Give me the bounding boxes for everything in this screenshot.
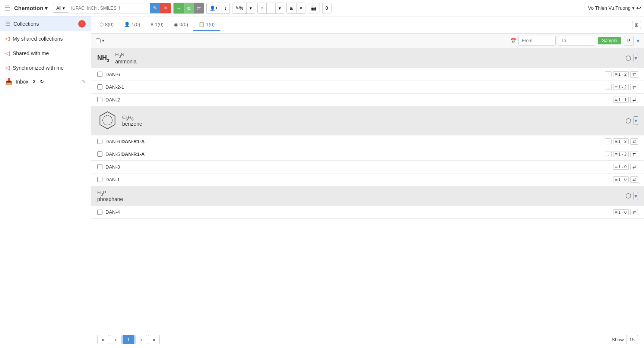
action-plus-dropdown-button[interactable]: ▾: [276, 3, 284, 13]
tab-research-plans[interactable]: 📋 1(0): [193, 19, 220, 31]
dan1-name: DAN-1: [105, 177, 610, 182]
action-edit-dropdown-button[interactable]: ▾: [247, 3, 255, 13]
dan6r1a-share-badge[interactable]: ⇄: [630, 138, 638, 145]
benzene-structure: [97, 110, 118, 132]
svg-marker-0: [100, 112, 115, 129]
dan6-up-badge[interactable]: ↑: [605, 71, 612, 77]
action-scan-button[interactable]: ⊞: [287, 3, 297, 13]
dan6-badges: ↑ ≡1 - 2 ⇄: [605, 71, 638, 78]
dan21-down-badge[interactable]: ↓: [605, 84, 612, 90]
dan4-count-badge[interactable]: ≡1 - 0: [613, 209, 629, 215]
dan5r1a-checkbox[interactable]: [97, 151, 102, 157]
search-scope-button[interactable]: All ▾: [53, 4, 68, 13]
dan1-share-badge[interactable]: ⇄: [630, 176, 638, 183]
dan6r1a-count-badge[interactable]: ≡1 - 2: [613, 138, 629, 144]
from-date-input[interactable]: [518, 36, 556, 46]
dan21-name: DAN-2-1: [105, 84, 602, 90]
filter-chevron-button[interactable]: ▾: [637, 37, 640, 44]
pagination-controls: « ‹ 1 › »: [97, 335, 160, 344]
research-plans-tab-label: 1(0): [206, 22, 215, 27]
phosphane-chevron-button[interactable]: ▾: [634, 192, 638, 200]
tab-wellplates[interactable]: ≡ 1(0): [145, 19, 169, 31]
ammonia-structure-button[interactable]: ⬡: [625, 54, 631, 62]
benzene-structure-button[interactable]: ⬡: [625, 117, 631, 125]
dan3-checkbox[interactable]: [97, 164, 102, 169]
dan2-share-badge[interactable]: ⇄: [630, 97, 638, 103]
action-user-arrow-button[interactable]: ↓: [221, 3, 229, 13]
dan2-checkbox[interactable]: [97, 97, 102, 102]
dan6-count-badge[interactable]: ≡1 - 2: [613, 71, 629, 77]
phosphane-structure-button[interactable]: ⬡: [625, 192, 631, 200]
search-edit-button[interactable]: ✎: [150, 3, 160, 13]
dan21-checkbox[interactable]: [97, 84, 102, 90]
dan4-checkbox[interactable]: [97, 210, 102, 215]
checkbox-dropdown[interactable]: ▾: [102, 38, 104, 43]
show-label: Show: [612, 337, 624, 342]
dan4-badges: ≡1 - 0 ⇄: [613, 209, 638, 215]
ammonia-chevron-button[interactable]: ▾: [634, 54, 638, 62]
user-menu[interactable]: Vo Thien Vu Truong ▾ ↩: [588, 4, 641, 12]
dan21-share-badge[interactable]: ⇄: [630, 84, 638, 90]
benzene-names: C6H6 benzene: [122, 115, 142, 127]
dan6-checkbox[interactable]: [97, 72, 102, 77]
action-forward-button[interactable]: →: [174, 3, 184, 13]
action-user-button[interactable]: 👤+: [207, 3, 221, 13]
logout-button[interactable]: ↩: [636, 4, 641, 12]
dan3-share-badge[interactable]: ⇄: [630, 164, 638, 170]
sidebar-item-shared-with-me[interactable]: ◁ Shared with me: [0, 46, 91, 60]
inbox-icon: 📥: [5, 78, 13, 85]
dan6r1a-checkbox[interactable]: [97, 139, 102, 144]
page-first-button[interactable]: «: [97, 335, 109, 344]
sidebar-synchronized-label: Synchronized with me: [13, 65, 64, 71]
menu-button[interactable]: ☰: [3, 3, 12, 14]
inbox-sync-button[interactable]: ↻: [40, 79, 44, 84]
dan1-checkbox[interactable]: [97, 177, 102, 182]
layout-button[interactable]: ⊞: [632, 21, 641, 29]
sidebar-item-my-shared[interactable]: ◁ My shared collections: [0, 31, 91, 46]
to-date-input[interactable]: [558, 36, 595, 46]
page-last-button[interactable]: »: [148, 335, 160, 344]
sidebar-collections-label: Collections: [13, 21, 39, 27]
app-brand: Chemotion ▾: [14, 5, 48, 12]
action-count-button[interactable]: 0: [322, 3, 331, 13]
action-camera-button[interactable]: 📷: [308, 3, 320, 13]
dan3-count-badge[interactable]: ≡1 - 0: [613, 164, 629, 170]
action-copy-button[interactable]: ⧉: [184, 3, 194, 13]
inbox-count: 2: [33, 79, 35, 84]
sidebar-item-collections[interactable]: ☰ Collections !: [0, 16, 91, 31]
action-edit-button[interactable]: ✎%: [232, 3, 247, 13]
page-current-button[interactable]: 1: [123, 335, 134, 344]
dan5r1a-share-badge[interactable]: ⇄: [630, 151, 638, 157]
action-circle-button[interactable]: ○: [258, 3, 267, 13]
tab-screens[interactable]: ◉ 0(0): [169, 19, 193, 31]
search-clear-button[interactable]: ✕: [160, 3, 171, 13]
brand-dropdown-icon[interactable]: ▾: [45, 5, 48, 12]
dan6-share-badge[interactable]: ⇄: [630, 71, 638, 78]
dan21-badges: ↓ ≡1 - 2 ⇄: [605, 84, 638, 90]
page-prev-button[interactable]: ‹: [110, 335, 122, 344]
action-plus-button[interactable]: +: [267, 3, 276, 13]
dan21-count-badge[interactable]: ≡1 - 2: [613, 84, 629, 90]
tab-samples[interactable]: ⬡ 8(0): [94, 19, 119, 31]
select-all-checkbox[interactable]: [96, 38, 101, 43]
calendar-icon: 📅: [510, 38, 516, 44]
ammonia-formula-text: NH3: [97, 54, 109, 63]
dan2-count-badge[interactable]: ≡1 - 1: [613, 97, 629, 103]
action-scan-dropdown-button[interactable]: ▾: [297, 3, 305, 13]
search-input[interactable]: [68, 3, 150, 13]
dan5r1a-count-badge[interactable]: ≡1 - 2: [613, 151, 629, 157]
sidebar-item-synchronized[interactable]: ◁ Synchronized with me: [0, 60, 91, 75]
dan5r1a-down-badge[interactable]: ↓: [605, 151, 612, 157]
benzene-chevron-button[interactable]: ▾: [634, 116, 638, 125]
dan6r1a-badges: ↑ ≡1 - 2 ⇄: [605, 138, 638, 145]
action-share-button[interactable]: ⇄: [194, 3, 204, 13]
dan1-count-badge[interactable]: ≡1 - 0: [613, 176, 629, 182]
tab-reactions[interactable]: 👤 1(0): [119, 19, 145, 31]
dan4-share-badge[interactable]: ⇄: [630, 209, 638, 215]
phosphane-common: phosphane: [97, 196, 123, 202]
filter-p-button[interactable]: P: [624, 36, 634, 46]
dan3-badges: ≡1 - 0 ⇄: [613, 164, 638, 170]
dan6r1a-up-badge[interactable]: ↑: [605, 138, 612, 144]
inbox-edit-button[interactable]: ✎: [82, 79, 86, 84]
page-next-button[interactable]: ›: [135, 335, 147, 344]
